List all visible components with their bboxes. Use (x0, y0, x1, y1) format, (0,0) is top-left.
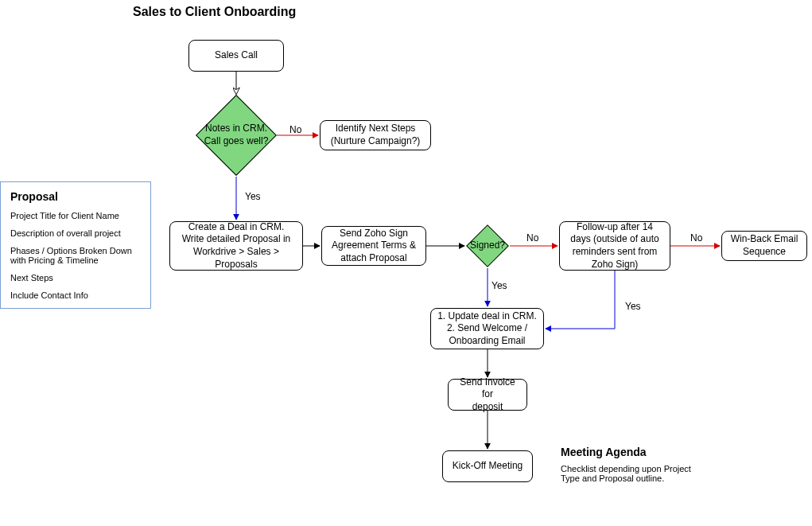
edge-label-no: No (525, 232, 540, 244)
node-update-deal: 1. Update deal in CRM.2. Send Welcome /O… (430, 308, 544, 349)
node-winback: Win-Back EmailSequence (721, 231, 807, 261)
proposal-note-item: Project Title for Client Name (10, 211, 141, 220)
decision-notes-crm-label: Notes in CRM.Call goes well? (196, 111, 276, 159)
edge-label-yes: Yes (490, 280, 509, 291)
node-identify-next-steps: Identify Next Steps(Nurture Campaign?) (320, 120, 431, 150)
proposal-note-item: Phases / Options Broken Down with Pricin… (10, 246, 141, 265)
meeting-agenda-note: Meeting Agenda Checklist depending upon … (561, 446, 712, 483)
node-kickoff: Kick-Off Meeting (442, 450, 533, 482)
diagram-title: Sales to Client Onboarding (133, 5, 296, 19)
proposal-note-title: Proposal (10, 190, 141, 203)
node-sales-call: Sales Call (188, 40, 284, 72)
node-followup: Follow-up after 14days (outside of autor… (559, 221, 670, 271)
proposal-note-item: Next Steps (10, 273, 141, 282)
decision-signed-label: Signed? (467, 239, 508, 253)
node-create-deal: Create a Deal in CRM.Write detailed Prop… (169, 221, 303, 271)
meeting-agenda-body: Checklist depending upon Project Type an… (561, 464, 712, 483)
node-send-invoice: Send Invoice fordeposit (448, 379, 527, 411)
edge-label-no: No (288, 124, 303, 135)
proposal-note: Proposal Project Title for Client Name D… (0, 181, 151, 309)
edge-label-no: No (689, 232, 704, 244)
edge-label-yes: Yes (243, 191, 262, 202)
proposal-note-item: Include Contact Info (10, 290, 141, 300)
node-send-zoho-sign: Send Zoho SignAgreement Terms &attach Pr… (321, 226, 426, 266)
proposal-note-item: Description of overall project (10, 228, 141, 238)
meeting-agenda-title: Meeting Agenda (561, 446, 712, 458)
edge-label-yes: Yes (624, 301, 643, 312)
